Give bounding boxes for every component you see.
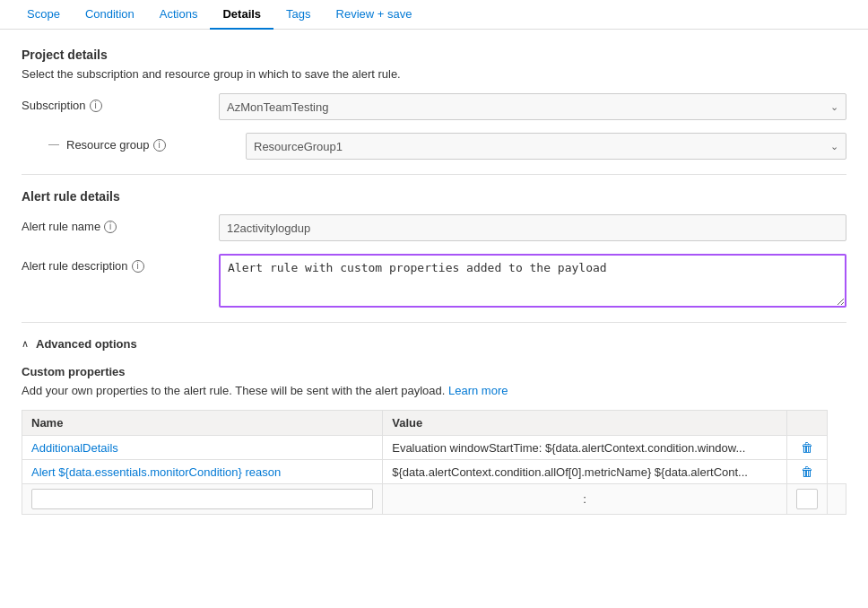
new-row-name-cell [22,484,383,515]
new-row-value-cell [786,484,827,515]
new-property-row: : [22,484,846,515]
row-1-delete[interactable]: 🗑 [786,436,827,460]
custom-properties-table: Name Value AdditionalDetails Evaluation … [22,410,846,515]
project-details-title: Project details [22,48,846,62]
divider-1 [22,174,846,175]
row-1-value: Evaluation windowStartTime: ${data.alert… [383,436,786,460]
subscription-dropdown-icon: ⌄ [830,101,838,113]
new-property-name-input[interactable] [31,489,373,509]
alert-rule-name-label: Alert rule name i [22,214,219,233]
tab-scope[interactable]: Scope [14,0,73,30]
row-2-value: ${data.alertContext.condition.allOf[0].m… [383,460,786,484]
custom-properties-section: Custom properties Add your own propertie… [22,365,846,515]
resource-group-dropdown[interactable]: ResourceGroup1 ⌄ [246,133,846,160]
row-2-delete[interactable]: 🗑 [786,460,827,484]
main-content: Project details Select the subscription … [0,30,868,533]
project-details-desc: Select the subscription and resource gro… [22,67,846,81]
subscription-dropdown[interactable]: AzMonTeamTesting ⌄ [219,93,846,120]
alert-rule-name-row: Alert rule name i [22,214,846,241]
alert-rule-name-info-icon[interactable]: i [104,221,117,233]
new-property-value-input[interactable] [796,489,818,509]
advanced-options-title: Advanced options [36,337,137,351]
advanced-options-header[interactable]: ∧ Advanced options [22,337,846,351]
tab-review[interactable]: Review + save [324,0,425,30]
advanced-options-chevron-icon: ∧ [22,338,29,350]
alert-rule-description-info-icon[interactable]: i [132,260,144,273]
table-header-value: Value [383,411,786,436]
subscription-row: Subscription i AzMonTeamTesting ⌄ [22,93,846,120]
table-header-name: Name [22,411,383,436]
row-1-delete-icon[interactable]: 🗑 [801,440,813,455]
alert-rule-details-title: Alert rule details [22,189,846,204]
project-details-section: Project details Select the subscription … [22,48,846,160]
row-2-name-link[interactable]: Alert ${data.essentials.monitorCondition… [31,465,281,479]
alert-rule-description-row: Alert rule description i Alert rule with… [22,254,846,308]
alert-rule-description-input[interactable]: Alert rule with custom properties added … [219,254,846,308]
resource-group-dropdown-icon: ⌄ [830,141,838,152]
colon-separator: : [383,484,786,515]
row-1-name-link[interactable]: AdditionalDetails [31,441,118,455]
tab-condition[interactable]: Condition [73,0,147,30]
table-header-row: Name Value [22,411,846,436]
custom-properties-desc: Add your own properties to the alert rul… [22,384,846,397]
tab-actions[interactable]: Actions [147,0,211,30]
alert-rule-details-section: Alert rule details Alert rule name i Ale… [22,189,846,308]
subscription-info-icon[interactable]: i [90,100,102,112]
resource-group-row: Resource group i ResourceGroup1 ⌄ [22,133,846,160]
table-header-action [786,411,827,436]
alert-rule-name-input[interactable] [219,214,846,241]
learn-more-link[interactable]: Learn more [448,384,508,397]
tab-bar: Scope Condition Actions Details Tags Rev… [0,0,868,30]
divider-2 [22,322,846,323]
new-row-action [827,484,846,515]
tab-tags[interactable]: Tags [273,0,323,30]
row-2-name: Alert ${data.essentials.monitorCondition… [22,460,383,484]
row-1-name: AdditionalDetails [22,436,383,460]
subscription-label: Subscription i [22,93,219,112]
table-row: Alert ${data.essentials.monitorCondition… [22,460,846,484]
resource-group-label: Resource group i [48,133,246,152]
alert-rule-description-label: Alert rule description i [22,254,219,273]
table-row: AdditionalDetails Evaluation windowStart… [22,436,846,460]
tab-details[interactable]: Details [210,0,273,30]
resource-group-info-icon[interactable]: i [153,139,166,152]
custom-properties-title: Custom properties [22,365,846,378]
row-2-delete-icon[interactable]: 🗑 [801,465,813,479]
